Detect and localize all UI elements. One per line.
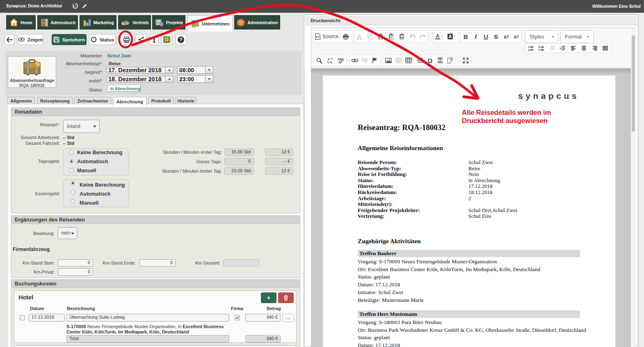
svg-text:A: A xyxy=(449,34,452,39)
svg-text:ABC: ABC xyxy=(338,57,345,61)
svg-text:2: 2 xyxy=(528,48,530,51)
svg-text:A: A xyxy=(436,33,440,39)
svg-text:W: W xyxy=(400,36,404,39)
svg-text:a: a xyxy=(330,60,332,64)
svg-text:1: 1 xyxy=(528,46,530,48)
svg-text:T: T xyxy=(391,36,393,39)
svg-text:b: b xyxy=(328,57,330,61)
